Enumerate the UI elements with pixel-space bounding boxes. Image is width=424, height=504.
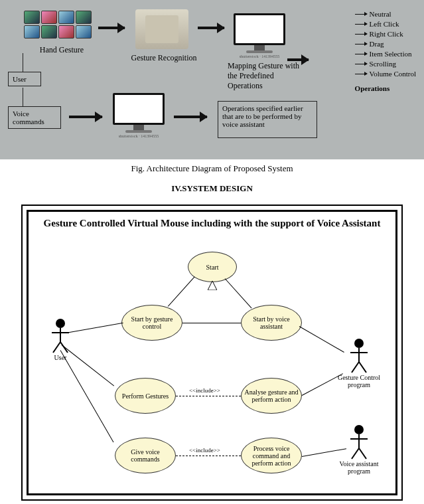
svg-point-10 bbox=[354, 425, 364, 434]
arrow-icon bbox=[355, 34, 367, 35]
arrow-icon bbox=[355, 74, 367, 74]
usecase-start-voice: Start by voice assistant bbox=[241, 305, 302, 341]
svg-point-5 bbox=[354, 339, 364, 348]
mapping-label: Mapping Gesture with the Predefined Oper… bbox=[228, 61, 301, 91]
usecase-start-gesture: Start by gesture control bbox=[121, 305, 182, 341]
operation-item: Right Click bbox=[355, 30, 416, 38]
operations-list: NeutralLeft ClickRight ClickDragItem Sel… bbox=[355, 8, 416, 92]
usecase-process-voice: Process voice command and perform action bbox=[241, 438, 302, 473]
svg-point-0 bbox=[56, 319, 65, 328]
usecase-give-voice: Give voice commands bbox=[115, 438, 176, 473]
include-line bbox=[176, 396, 241, 396]
usecase-perform-gestures-label: Perform Gestures bbox=[122, 392, 169, 400]
generalization-line bbox=[168, 277, 195, 307]
operation-item: Item Selection bbox=[355, 50, 416, 58]
usecase-title: Gesture Controlled Virtual Mouse includi… bbox=[29, 217, 395, 229]
architecture-caption: Fig. Architecture Diagram of Proposed Sy… bbox=[0, 163, 424, 174]
operation-label: Neutral bbox=[370, 10, 391, 18]
usecase-start-label: Start bbox=[206, 264, 219, 271]
voice-monitor: shutterstock · 141394555 bbox=[113, 93, 165, 138]
voice-commands-label: Voice commands bbox=[13, 110, 44, 126]
svg-marker-15 bbox=[208, 281, 217, 290]
arrow-icon bbox=[355, 24, 367, 25]
usecase-inner: Gesture Controlled Virtual Mouse includi… bbox=[27, 210, 397, 495]
arrow-icon bbox=[69, 116, 102, 118]
hand-gesture-grid bbox=[24, 11, 92, 39]
user-label: User bbox=[13, 75, 27, 83]
connector bbox=[23, 88, 23, 106]
arrow-icon bbox=[355, 64, 367, 64]
voice-ops-box: Operations specified earlier that are to… bbox=[218, 101, 317, 138]
operation-label: Item Selection bbox=[370, 50, 412, 58]
section-header: IV.SYSTEM DESIGN bbox=[0, 183, 424, 194]
operation-label: Scrolling bbox=[370, 60, 396, 68]
usecase-perform-gestures: Perform Gestures bbox=[115, 378, 176, 414]
operation-item: Drag bbox=[355, 40, 416, 48]
gesture-recognition-image bbox=[135, 9, 188, 49]
svg-line-9 bbox=[359, 362, 366, 373]
operation-label: Right Click bbox=[370, 30, 403, 38]
hand-gesture-label: Hand Gesture bbox=[32, 45, 92, 55]
usecase-diagram-wrap: Gesture Controlled Virtual Mouse includi… bbox=[21, 205, 403, 501]
include-line bbox=[176, 456, 241, 456]
operation-item: Neutral bbox=[355, 10, 416, 18]
usecase-start-voice-label: Start by voice assistant bbox=[244, 315, 299, 330]
operation-label: Volume Control bbox=[370, 70, 416, 78]
generalization-arrowhead-icon bbox=[208, 281, 217, 290]
actor-voice-label: Voice assistant program bbox=[329, 460, 389, 475]
svg-line-8 bbox=[352, 362, 359, 373]
usecase-start-gesture-label: Start by gesture control bbox=[125, 315, 179, 330]
architecture-diagram: Hand Gesture Gesture Recognition shutter… bbox=[0, 0, 424, 159]
svg-line-3 bbox=[53, 342, 60, 353]
mapping-monitor: shutterstock · 141394555 bbox=[234, 13, 285, 58]
usecase-analyse: Analyse gesture and perform action bbox=[241, 378, 302, 414]
operation-item: Volume Control bbox=[355, 70, 416, 78]
operation-item: Scrolling bbox=[355, 60, 416, 68]
usecase-process-voice-label: Process voice command and perform action bbox=[244, 445, 299, 467]
usecase-outer-border: Gesture Controlled Virtual Mouse includi… bbox=[21, 205, 403, 501]
usecase-analyse-label: Analyse gesture and perform action bbox=[244, 388, 299, 403]
usecase-start: Start bbox=[188, 252, 237, 282]
operation-item: Left Click bbox=[355, 20, 416, 28]
gesture-recognition-label: Gesture Recognition bbox=[127, 53, 200, 63]
arrow-icon bbox=[355, 44, 367, 44]
arrow-icon bbox=[198, 27, 224, 29]
svg-line-14 bbox=[359, 448, 366, 459]
voice-ops-label: Operations specified earlier that are to… bbox=[222, 104, 303, 128]
user-box: User bbox=[8, 72, 41, 86]
arrow-icon bbox=[98, 27, 125, 29]
operation-label: Drag bbox=[370, 40, 384, 48]
generalization-connector bbox=[182, 323, 241, 323]
svg-line-13 bbox=[352, 448, 359, 459]
connector bbox=[23, 53, 23, 72]
voice-commands-box: Voice commands bbox=[8, 106, 61, 129]
operations-header: Operations bbox=[355, 84, 416, 92]
usecase-give-voice-label: Give voice commands bbox=[118, 448, 173, 463]
operation-label: Left Click bbox=[370, 20, 399, 28]
actor-gesture-program: Gesture Control program bbox=[329, 338, 389, 388]
arrow-icon bbox=[355, 54, 367, 54]
generalization-line bbox=[225, 278, 252, 308]
include-label: <<include>> bbox=[189, 387, 220, 394]
include-label: <<include>> bbox=[189, 447, 220, 454]
arrow-icon bbox=[174, 116, 207, 118]
arrow-icon bbox=[355, 14, 367, 15]
